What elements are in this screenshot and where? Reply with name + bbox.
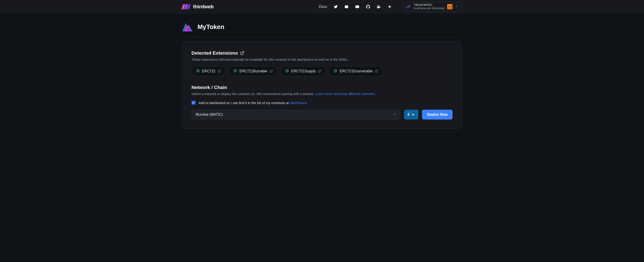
transaction-count-badge: 2 (404, 110, 418, 120)
brand-logo[interactable]: thirdweb (182, 4, 214, 10)
youtube-icon[interactable] (355, 4, 360, 9)
page-title: MyToken (198, 23, 224, 30)
swap-icon (411, 113, 415, 116)
external-link-icon (218, 70, 221, 73)
deploy-card: Detected Extensions These extensions wil… (182, 41, 462, 129)
docs-link[interactable]: Docs (319, 5, 327, 9)
check-icon (285, 69, 289, 74)
brand-text: thirdweb (193, 4, 214, 10)
network-heading: Network / Chain (192, 85, 452, 90)
github-icon[interactable] (366, 4, 370, 9)
extension-chip-erc721supply[interactable]: ERC721Supply (281, 66, 326, 76)
extension-chips: ERC721 ERC721Burnable ERC721Supply ERC72… (192, 66, 452, 76)
chevron-down-icon (393, 112, 396, 116)
external-link-icon (375, 70, 378, 73)
token-logo-icon (182, 22, 194, 32)
network-subtitle: Select a network to deploy this contract… (192, 92, 452, 96)
extension-chip-erc721burnable[interactable]: ERC721Burnable (229, 66, 278, 76)
network-select[interactable]: Mumbai (MATIC) (192, 110, 400, 120)
dashboard-link[interactable]: /dashboard (290, 101, 306, 105)
external-link-icon (270, 70, 273, 73)
extension-chip-erc721[interactable]: ERC721 (192, 66, 226, 76)
chevron-down-icon (455, 5, 458, 9)
network-selected-value: Mumbai (MATIC) (196, 112, 223, 116)
svg-point-0 (389, 6, 390, 8)
polygon-icon (406, 4, 411, 9)
check-icon (334, 69, 337, 74)
check-icon (196, 69, 200, 74)
extension-chip-erc721enumerable[interactable]: ERC721Enumerable (329, 66, 383, 76)
wallet-balance: 749.59 MATIC (414, 3, 444, 7)
learn-more-link[interactable]: Learn more about the different networks. (315, 92, 376, 96)
gas-icon[interactable] (376, 4, 381, 9)
twitter-icon[interactable] (334, 4, 338, 9)
extensions-heading[interactable]: Detected Extensions (192, 50, 452, 56)
add-to-dashboard-row: Add to dashboard so I can find it in the… (192, 101, 452, 105)
external-link-icon (240, 51, 244, 55)
wallet-button[interactable]: 749.59 MATIC 0xatharva.eth (Mumbai) (402, 2, 462, 12)
extensions-subtitle: These extensions will automatically be a… (192, 58, 452, 61)
theme-toggle-icon[interactable] (388, 4, 392, 9)
add-to-dashboard-checkbox[interactable] (192, 101, 196, 105)
metamask-icon (447, 4, 452, 10)
deploy-now-button[interactable]: Deploy Now (422, 110, 452, 120)
discord-icon[interactable] (344, 4, 349, 9)
logo-icon (182, 4, 190, 9)
check-icon (234, 69, 237, 74)
external-link-icon (318, 70, 321, 73)
wallet-address: 0xatharva.eth (Mumbai) (414, 7, 444, 10)
